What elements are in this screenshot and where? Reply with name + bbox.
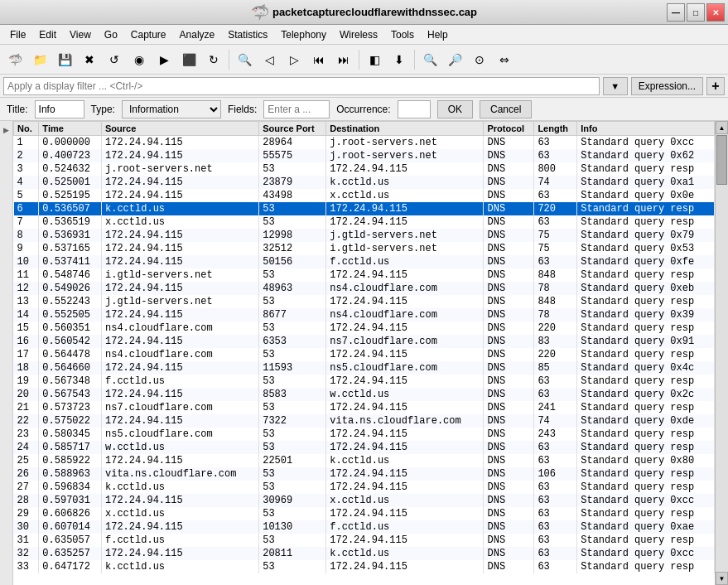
menu-statistics[interactable]: Statistics — [221, 27, 274, 42]
table-row[interactable]: 140.552505172.24.94.1158677ns4.cloudflar… — [14, 308, 715, 322]
table-row[interactable]: 240.585717w.cctld.us53172.24.94.115DNS63… — [14, 441, 715, 454]
table-cell: 9 — [14, 242, 39, 255]
menu-help[interactable]: Help — [421, 27, 455, 42]
menu-view[interactable]: View — [63, 27, 98, 42]
scroll-thumb[interactable] — [716, 135, 727, 185]
table-row[interactable]: 40.525001172.24.94.11523879k.cctld.usDNS… — [14, 176, 715, 189]
fields-input[interactable] — [263, 100, 330, 118]
table-row[interactable]: 260.588963vita.ns.cloudflare.com53172.24… — [14, 467, 715, 481]
table-cell: 63 — [534, 255, 577, 268]
filter-input-wrapper[interactable] — [3, 77, 600, 95]
table-row[interactable]: 110.548746i.gtld-servers.net53172.24.94.… — [14, 268, 715, 282]
menu-go[interactable]: Go — [98, 27, 124, 42]
table-row[interactable]: 50.525195172.24.94.11543498x.cctld.usDNS… — [14, 189, 715, 202]
table-cell: 53 — [259, 560, 326, 573]
display-filter-input[interactable] — [7, 80, 595, 92]
table-row[interactable]: 150.560351ns4.cloudflare.com53172.24.94.… — [14, 322, 715, 335]
expression-button[interactable]: Expression... — [631, 77, 703, 95]
zoom-in-button[interactable]: 🔍 — [418, 48, 441, 71]
table-cell: ns4.cloudflare.com — [102, 322, 259, 335]
table-row[interactable]: 70.536519x.cctld.us53172.24.94.115DNS63S… — [14, 215, 715, 229]
restart-capture-button[interactable]: ↻ — [202, 48, 225, 71]
start-capture-button[interactable]: ▶ — [152, 48, 176, 71]
occurrence-input[interactable] — [398, 100, 431, 118]
table-row[interactable]: 250.585922172.24.94.11522501k.cctld.usDN… — [14, 454, 715, 467]
table-cell: 172.24.94.115 — [326, 375, 484, 388]
table-row[interactable]: 10.000000172.24.94.11528964j.root-server… — [14, 136, 715, 150]
table-row[interactable]: 210.573723ns7.cloudflare.com53172.24.94.… — [14, 401, 715, 414]
table-row[interactable]: 300.607014172.24.94.11510130f.cctld.usDN… — [14, 520, 715, 534]
menu-edit[interactable]: Edit — [32, 27, 63, 42]
table-row[interactable]: 270.596834k.cctld.us53172.24.94.115DNS63… — [14, 481, 715, 494]
save-button[interactable]: 💾 — [53, 48, 76, 71]
close-file-button[interactable]: ✖ — [78, 48, 101, 71]
table-row[interactable]: 60.536507k.cctld.us53172.24.94.115DNS720… — [14, 202, 715, 215]
table-row[interactable]: 290.606826x.cctld.us53172.24.94.115DNS63… — [14, 507, 715, 520]
table-row[interactable]: 130.552243j.gtld-servers.net53172.24.94.… — [14, 295, 715, 308]
open-button[interactable]: 📁 — [28, 48, 51, 71]
table-cell: 53 — [259, 202, 326, 215]
stop-capture-button[interactable]: ⬛ — [177, 48, 200, 71]
type-label: Type: — [91, 104, 115, 115]
table-row[interactable]: 190.567348f.cctld.us53172.24.94.115DNS63… — [14, 375, 715, 388]
table-row[interactable]: 160.560542172.24.94.1156353ns7.cloudflar… — [14, 335, 715, 348]
table-row[interactable]: 280.597031172.24.94.11530969x.cctld.usDN… — [14, 494, 715, 507]
find-packet-button[interactable]: 🔍 — [233, 48, 256, 71]
new-capture-button[interactable]: 🦈 — [3, 48, 27, 71]
cancel-button[interactable]: Cancel — [480, 100, 532, 118]
table-cell: 0.647172 — [39, 560, 102, 573]
menu-telephony[interactable]: Telephony — [274, 27, 333, 42]
table-cell: Standard query resp — [577, 441, 715, 454]
table-cell: 63 — [534, 507, 577, 520]
ok-button[interactable]: OK — [437, 100, 473, 118]
capture-options-button[interactable]: ◉ — [128, 48, 151, 71]
menu-tools[interactable]: Tools — [384, 27, 421, 42]
table-cell: 10130 — [259, 520, 326, 534]
vertical-scrollbar[interactable]: ▲ ▼ — [715, 121, 728, 585]
table-row[interactable]: 80.536931172.24.94.11512998j.gtld-server… — [14, 229, 715, 242]
packet-list[interactable]: No. Time Source Source Port Destination … — [13, 121, 715, 585]
zoom-normal-button[interactable]: ⊙ — [468, 48, 491, 71]
close-button[interactable]: ✕ — [706, 3, 725, 22]
table-row[interactable]: 310.635057f.cctld.us53172.24.94.115DNS63… — [14, 534, 715, 547]
table-cell: 172.24.94.115 — [326, 202, 484, 215]
table-row[interactable]: 90.537165172.24.94.11532512i.gtld-server… — [14, 242, 715, 255]
table-row[interactable]: 220.575022172.24.94.1157322vita.ns.cloud… — [14, 414, 715, 428]
add-filter-button[interactable]: + — [706, 77, 725, 95]
table-row[interactable]: 330.647172k.cctld.us53172.24.94.115DNS63… — [14, 560, 715, 573]
table-row[interactable]: 320.635257172.24.94.11520811k.cctld.usDN… — [14, 547, 715, 560]
table-row[interactable]: 170.564478ns4.cloudflare.com53172.24.94.… — [14, 348, 715, 361]
table-row[interactable]: 100.537411172.24.94.11550156f.cctld.usDN… — [14, 255, 715, 268]
table-row[interactable]: 200.567543172.24.94.1158583w.cctld.usDNS… — [14, 388, 715, 401]
maximize-button[interactable]: □ — [687, 3, 705, 22]
scroll-down-button[interactable]: ▼ — [716, 572, 728, 585]
go-forward-button[interactable]: ▷ — [282, 48, 306, 71]
table-row[interactable]: 120.549026172.24.94.11548963ns4.cloudfla… — [14, 282, 715, 295]
type-select[interactable]: Information Source Destination Protocol … — [122, 100, 221, 118]
table-cell: Standard query 0xa1 — [577, 176, 715, 189]
table-cell: 74 — [534, 414, 577, 428]
table-cell: 172.24.94.115 — [326, 268, 484, 282]
go-back-button[interactable]: ◁ — [258, 48, 281, 71]
menu-analyze[interactable]: Analyze — [173, 27, 222, 42]
table-row[interactable]: 230.580345ns5.cloudflare.com53172.24.94.… — [14, 428, 715, 441]
table-row[interactable]: 20.400723172.24.94.11555575j.root-server… — [14, 149, 715, 162]
menu-capture[interactable]: Capture — [124, 27, 173, 42]
filter-dropdown-button[interactable]: ▼ — [603, 77, 628, 95]
table-row[interactable]: 180.564660172.24.94.11511593ns5.cloudfla… — [14, 361, 715, 375]
reload-button[interactable]: ↺ — [103, 48, 126, 71]
minimize-button[interactable]: — — [667, 3, 685, 22]
auto-scroll-button[interactable]: ⬇ — [388, 48, 411, 71]
go-first-button[interactable]: ⏮ — [307, 48, 330, 71]
table-row[interactable]: 30.524632j.root-servers.net53172.24.94.1… — [14, 162, 715, 176]
menu-file[interactable]: File — [3, 27, 32, 42]
colorize-button[interactable]: ◧ — [363, 48, 386, 71]
menu-wireless[interactable]: Wireless — [333, 27, 384, 42]
resize-columns-button[interactable]: ⇔ — [493, 48, 516, 71]
scroll-up-button[interactable]: ▲ — [716, 121, 728, 134]
go-last-button[interactable]: ⏭ — [332, 48, 355, 71]
table-cell: 8 — [14, 229, 39, 242]
table-cell: 50156 — [259, 255, 326, 268]
zoom-out-button[interactable]: 🔎 — [443, 48, 466, 71]
title-input[interactable] — [35, 100, 84, 118]
